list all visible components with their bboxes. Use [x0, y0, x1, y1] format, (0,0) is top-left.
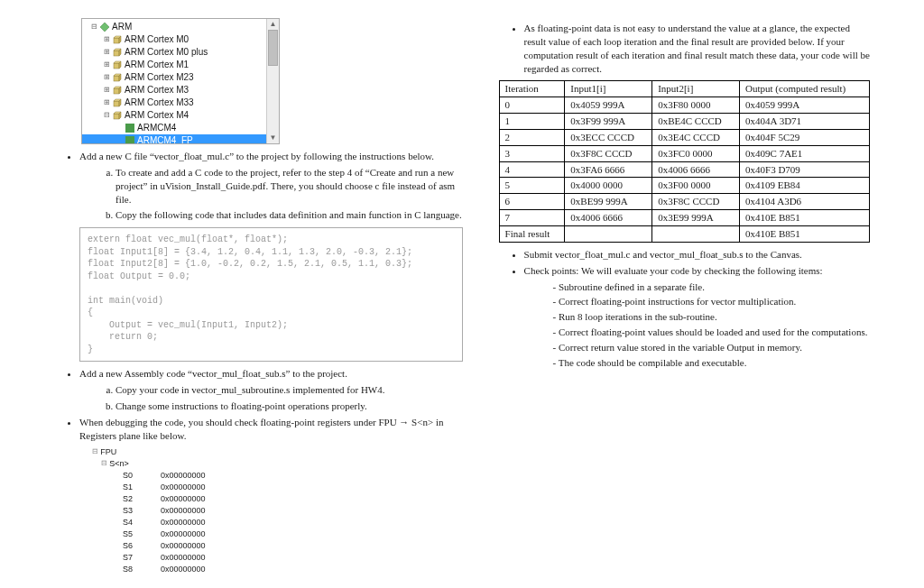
- tree-scrollbar[interactable]: ▲ ▼: [266, 19, 279, 143]
- step-b: Copy the following code that includes da…: [116, 208, 463, 222]
- submit-line: Submit vector_float_mul.c and vector_mul…: [524, 248, 870, 262]
- scroll-thumb[interactable]: [268, 30, 278, 66]
- cube-icon: [113, 60, 122, 69]
- table-row: 10x3F99 999A0xBE4C CCCD0x404A 3D71: [499, 114, 869, 130]
- step-add-c-file: Add a new C file “vector_float_mul.c” to…: [79, 150, 463, 222]
- fpu-register-row: S30x00000000: [88, 504, 463, 516]
- step-add-asm: Add a new Assembly code “vector_mul_floa…: [79, 367, 463, 413]
- tree-expander-icon[interactable]: ⊞: [102, 60, 111, 69]
- tree-expander-icon[interactable]: ⊟: [102, 111, 111, 120]
- table-header: Output (computed result): [740, 81, 870, 97]
- cube-icon: [113, 86, 122, 95]
- table-row: 40x3FA6 66660x4006 66660x40F3 D709: [499, 161, 869, 178]
- check-item: Run 8 loop iterations in the sub-routine…: [553, 310, 870, 324]
- results-table: IterationInput1[i]Input2[i]Output (compu…: [499, 80, 870, 242]
- cube-icon: [113, 73, 122, 82]
- step-2a: Copy your code in vector_mul_subroutine.…: [116, 383, 463, 397]
- tree-item-armcm4_fp[interactable]: ARMCM4_FP: [82, 134, 279, 144]
- svg-rect-4: [114, 51, 119, 56]
- svg-rect-10: [114, 76, 119, 81]
- diamond-icon: [100, 23, 109, 32]
- check-points: Check points: We will evaluate your code…: [524, 264, 870, 370]
- pkg-icon: [125, 124, 134, 133]
- tree-item-label: ARMCM4_FP: [137, 134, 193, 144]
- step-debug: When debugging the code, you should chec…: [79, 416, 463, 443]
- tree-item-arm-cortex-m4[interactable]: ⊟ARM Cortex M4: [82, 109, 279, 122]
- tree-item-label: ARMCM4: [137, 122, 176, 134]
- tree-expander-icon[interactable]: ⊞: [102, 98, 111, 107]
- tree-item-arm-cortex-m33[interactable]: ⊞ARM Cortex M33: [82, 96, 279, 109]
- table-row: 50x4000 00000x3F00 00000x4109 EB84: [499, 178, 869, 194]
- check-item: Correct floating-point instructions for …: [553, 295, 870, 308]
- cube-icon: [113, 111, 122, 120]
- tree-item-label: ARM Cortex M3: [125, 84, 189, 96]
- table-row: 60xBE99 999A0x3F8C CCCD0x4104 A3D6: [499, 194, 869, 210]
- pkg-icon: [125, 136, 134, 144]
- step-2b: Change some instructions to floating-poi…: [116, 400, 463, 413]
- svg-rect-19: [114, 114, 119, 119]
- check-item: Correct return value stored in the varia…: [553, 341, 870, 354]
- tree-item-armcm4[interactable]: ARMCM4: [82, 122, 279, 134]
- tree-expander-icon[interactable]: ⊞: [102, 48, 111, 57]
- scroll-down-icon[interactable]: ▼: [267, 133, 279, 143]
- check-item: Correct floating-point values should be …: [553, 326, 870, 339]
- svg-rect-7: [114, 63, 119, 69]
- tree-expander-icon[interactable]: ⊟: [89, 23, 98, 32]
- svg-rect-16: [114, 101, 119, 106]
- fpu-register-row: S10x00000000: [88, 481, 463, 492]
- tree-item-arm-cortex-m1[interactable]: ⊞ARM Cortex M1: [82, 59, 279, 71]
- table-row: Final result0x410E B851: [499, 225, 869, 242]
- cube-icon: [113, 98, 122, 107]
- table-row: 30x3F8C CCCD0x3FC0 00000x409C 7AE1: [499, 145, 869, 161]
- svg-rect-13: [114, 88, 119, 94]
- tree-item-arm[interactable]: ⊟ARM: [82, 21, 279, 33]
- check-item: The code should be compilable and execut…: [553, 356, 870, 370]
- tree-expander-icon[interactable]: [115, 136, 124, 144]
- tree-item-label: ARM Cortex M1: [125, 59, 189, 71]
- tree-item-label: ARM Cortex M4: [125, 109, 189, 122]
- tree-expander-icon[interactable]: ⊞: [102, 73, 111, 82]
- fpu-register-row: S40x00000000: [88, 516, 463, 528]
- fpu-register-row: S80x00000000: [88, 563, 463, 574]
- table-header: Input1[i]: [565, 81, 652, 97]
- svg-marker-0: [100, 23, 109, 32]
- step-a: To create and add a C code to the projec…: [116, 166, 463, 207]
- fpu-register-row: S50x00000000: [88, 528, 463, 539]
- table-row: 00x4059 999A0x3F80 00000x4059 999A: [499, 97, 869, 114]
- tree-item-label: ARM Cortex M0: [125, 33, 189, 46]
- fpu-register-tree: ⊟ FPU ⊟ S<n> S00x00000000S10x00000000S20…: [88, 446, 463, 574]
- cube-icon: [113, 35, 122, 44]
- table-header: Input2[i]: [652, 81, 740, 97]
- code-snippet-c: extern float vec_mul(float*, float*); fl…: [79, 227, 463, 362]
- tree-item-label: ARM: [112, 21, 132, 33]
- table-header: Iteration: [499, 81, 565, 97]
- table-row: 70x4006 66660x3E99 999A0x410E B851: [499, 210, 869, 226]
- intro-text: As floating-point data is not easy to un…: [524, 22, 870, 75]
- tree-item-label: ARM Cortex M33: [125, 96, 194, 109]
- tree-item-label: ARM Cortex M0 plus: [125, 46, 208, 59]
- tree-expander-icon[interactable]: [115, 124, 124, 133]
- fpu-register-row: S00x00000000: [88, 469, 463, 481]
- tree-expander-icon[interactable]: ⊞: [102, 35, 111, 44]
- tree-item-arm-cortex-m0-plus[interactable]: ⊞ARM Cortex M0 plus: [82, 46, 279, 59]
- fpu-register-row: S60x00000000: [88, 539, 463, 551]
- tree-item-arm-cortex-m23[interactable]: ⊞ARM Cortex M23: [82, 71, 279, 84]
- fpu-register-row: S20x00000000: [88, 492, 463, 504]
- svg-rect-1: [114, 38, 119, 43]
- device-tree: ⊟ARM⊞ARM Cortex M0⊞ARM Cortex M0 plus⊞AR…: [81, 18, 280, 144]
- tree-item-arm-cortex-m0[interactable]: ⊞ARM Cortex M0: [82, 33, 279, 46]
- tree-expander-icon[interactable]: ⊞: [102, 86, 111, 95]
- tree-item-label: ARM Cortex M23: [125, 71, 194, 84]
- check-item: Subroutine defined in a separate file.: [553, 280, 870, 294]
- tree-item-arm-cortex-m3[interactable]: ⊞ARM Cortex M3: [82, 84, 279, 96]
- table-row: 20x3ECC CCCD0x3E4C CCCD0x404F 5C29: [499, 129, 869, 145]
- fpu-register-row: S70x00000000: [88, 551, 463, 563]
- cube-icon: [113, 48, 122, 57]
- scroll-up-icon[interactable]: ▲: [267, 19, 279, 30]
